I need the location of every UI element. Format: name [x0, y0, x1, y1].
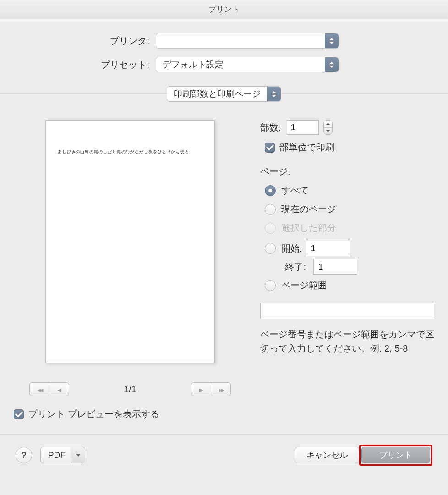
- pages-to-input[interactable]: [313, 259, 357, 275]
- pages-range-hint: ページ番号またはページ範囲をカンマで区切って入力してください。例: 2, 5-8: [260, 327, 434, 356]
- chevron-down-icon: [71, 447, 85, 463]
- window-title: プリント: [0, 0, 448, 19]
- page-indicator: 1/1: [124, 384, 137, 395]
- double-left-icon: [37, 384, 42, 394]
- updown-icon: [325, 57, 339, 72]
- pages-section-label: ページ:: [260, 165, 434, 178]
- right-icon: [199, 384, 203, 394]
- cancel-button[interactable]: キャンセル: [295, 447, 359, 463]
- left-icon: [57, 384, 61, 394]
- pages-all-radio[interactable]: [265, 185, 276, 196]
- help-button[interactable]: ?: [16, 447, 32, 463]
- collate-checkbox[interactable]: [265, 143, 275, 153]
- copies-stepper[interactable]: [323, 120, 333, 135]
- show-preview-label: プリント プレビューを表示する: [28, 408, 159, 420]
- pages-from-label: 開始:: [281, 242, 302, 255]
- updown-icon: [325, 33, 339, 48]
- pages-fromto-radio[interactable]: [265, 243, 276, 254]
- pages-all-label: すべて: [281, 184, 309, 197]
- preset-label: プリセット:: [14, 59, 156, 71]
- preview-content-text: あしびきの山鳥の尾のしだり尾のながながし夜をひとりかも寝る: [58, 149, 202, 155]
- printer-select[interactable]: [156, 33, 339, 49]
- pages-range-input[interactable]: [260, 302, 434, 319]
- print-button-label: プリント: [379, 450, 412, 461]
- pages-to-label: 終了:: [281, 261, 306, 273]
- print-button[interactable]: プリント: [361, 447, 430, 463]
- pages-from-input[interactable]: [306, 241, 350, 256]
- pages-current-radio[interactable]: [265, 204, 276, 215]
- cancel-button-label: キャンセル: [306, 450, 348, 461]
- first-page-button[interactable]: [29, 382, 49, 396]
- prev-page-button[interactable]: [49, 382, 69, 396]
- copies-label: 部数:: [260, 121, 281, 134]
- panel-select[interactable]: 印刷部数と印刷ページ: [167, 86, 281, 102]
- pages-selection-radio: [265, 223, 276, 234]
- panel-select-value: 印刷部数と印刷ページ: [174, 88, 261, 100]
- next-page-button[interactable]: [191, 382, 211, 396]
- pages-range-radio[interactable]: [265, 280, 276, 291]
- pages-current-label: 現在のページ: [281, 203, 336, 215]
- pdf-menu-button[interactable]: PDF: [40, 447, 85, 463]
- preset-select-value: デフォルト設定: [163, 59, 224, 71]
- copies-input[interactable]: [287, 120, 319, 135]
- printer-label: プリンタ:: [14, 35, 156, 47]
- last-page-button[interactable]: [211, 382, 231, 396]
- stepper-up-icon: [324, 121, 332, 128]
- double-right-icon: [219, 384, 223, 394]
- print-preview-page: あしびきの山鳥の尾のしだり尾のながながし夜をひとりかも寝る: [45, 120, 215, 363]
- pages-selection-label: 選択した部分: [281, 222, 336, 234]
- updown-icon: [267, 87, 281, 101]
- stepper-down-icon: [324, 128, 332, 135]
- pages-range-label: ページ範囲: [281, 279, 327, 292]
- print-button-highlight: プリント: [359, 445, 432, 466]
- show-preview-checkbox[interactable]: [14, 409, 24, 419]
- pdf-menu-label: PDF: [48, 450, 66, 460]
- collate-label: 部単位で印刷: [279, 141, 334, 154]
- preset-select[interactable]: デフォルト設定: [156, 57, 339, 72]
